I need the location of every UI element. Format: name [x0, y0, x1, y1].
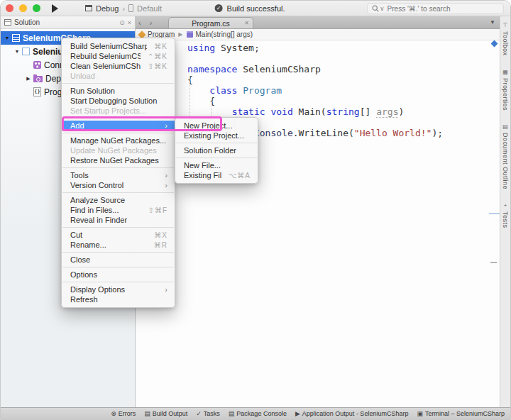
method-icon — [187, 31, 193, 38]
menu-item-label: Tools — [70, 171, 158, 179]
pad-button-package-console[interactable]: ▤Package Console — [229, 410, 287, 417]
build-status-text: Build successful. — [227, 4, 285, 13]
submenu-item-solution-folder[interactable]: Solution Folder — [175, 145, 258, 155]
menu-item-label: Existing Files... — [184, 171, 221, 179]
menu-item-find-in-files[interactable]: Find in Files...⇧⌘F — [62, 205, 175, 215]
submenu-item-new-file[interactable]: New File... — [175, 160, 258, 170]
scrollbar-change-indicator — [489, 213, 500, 214]
pad-button-label: Terminal – SeleniumCSharp — [425, 410, 505, 417]
expander-icon[interactable]: ▶ — [25, 76, 32, 82]
tab-list-dropdown-icon[interactable]: ▼ — [490, 19, 495, 26]
document-outline-icon: ▤ — [502, 123, 508, 130]
solution-pad-icon — [4, 19, 11, 26]
expander-icon[interactable]: ▼ — [13, 49, 21, 54]
menu-item-analyze-source[interactable]: Analyze Source — [62, 195, 175, 205]
menu-item-clean-seleniumcsharp[interactable]: Clean SeleniumCSharp⇧⌘K — [62, 61, 175, 71]
menu-item-build-seleniumcsharp[interactable]: Build SeleniumCSharp⌘K — [62, 41, 175, 51]
menu-item-set-startup-projects[interactable]: Set Startup Projects... — [62, 106, 175, 116]
solution-pad-title: Solution — [14, 18, 116, 26]
breadcrumb-method[interactable]: Main(string[] args) — [187, 31, 253, 38]
menu-item-start-debugging-solution[interactable]: Start Debugging Solution — [62, 96, 175, 106]
menu-item-label: Add — [70, 121, 158, 130]
menu-item-unload[interactable]: Unload — [62, 71, 175, 81]
menu-separator — [62, 192, 174, 193]
menu-item-rebuild-seleniumcsharp[interactable]: Rebuild SeleniumCSharp⌃⌘K — [62, 51, 175, 61]
submenu-item-existing-project[interactable]: Existing Project... — [175, 131, 258, 140]
tests-icon: + — [504, 202, 507, 209]
editor-tab-bar: ‹ › Program.cs ✕ ▼ — [136, 16, 500, 29]
menu-item-tools[interactable]: Tools› — [62, 170, 175, 180]
solution-pad-header: Solution ⊙ × — [1, 16, 135, 29]
menu-item-add[interactable]: Add› — [62, 121, 175, 131]
solution-icon — [12, 34, 20, 42]
menu-item-restore-nuget-packages[interactable]: Restore NuGet Packages — [62, 155, 175, 165]
tab-document-outline[interactable]: ▤ Document Outline — [502, 123, 509, 189]
run-target-selector[interactable]: Default — [137, 4, 162, 13]
menu-item-options[interactable]: Options — [62, 270, 175, 280]
build-status: ✓ Build successful. — [215, 4, 285, 13]
errors-icon: ⊗ — [111, 410, 116, 417]
menu-item-version-control[interactable]: Version Control› — [62, 180, 175, 190]
code-editor[interactable]: using System;namespace SeleniumCSharp{ c… — [136, 40, 500, 407]
run-button[interactable] — [52, 4, 58, 13]
code-line: { — [187, 74, 500, 85]
tab-close-icon[interactable]: ✕ — [244, 20, 249, 26]
tab-properties[interactable]: ▦ Properties — [502, 69, 509, 111]
pad-button-tasks[interactable]: ✓Tasks — [196, 410, 220, 417]
menu-separator — [62, 282, 174, 282]
navigate-back-button[interactable]: ‹ — [138, 18, 141, 27]
pad-button-application-output-seleniumcsharp[interactable]: ▶Application Output - SeleniumCSharp — [295, 410, 409, 417]
menu-item-label: Refresh — [70, 295, 167, 304]
properties-icon: ▦ — [502, 69, 508, 75]
zoom-window-button[interactable] — [33, 4, 40, 12]
menu-separator — [62, 167, 174, 168]
menu-item-label: Restore NuGet Packages — [70, 156, 167, 165]
project-icon — [22, 48, 30, 55]
menu-item-label: Set Startup Projects... — [70, 106, 167, 115]
menu-item-label: Analyze Source — [70, 196, 167, 204]
close-icon[interactable]: × — [128, 19, 131, 26]
configuration-selector[interactable]: Debug — [96, 4, 119, 13]
tab-program-cs[interactable]: Program.cs ✕ — [168, 17, 253, 28]
menu-item-run-solution[interactable]: Run Solution — [62, 86, 175, 96]
menu-item-label: New File... — [184, 161, 251, 170]
tasks-icon: ✓ — [196, 410, 202, 417]
menu-item-cut[interactable]: Cut⌘X — [62, 230, 175, 240]
menu-item-manage-nuget-packages[interactable]: Manage NuGet Packages... — [62, 136, 175, 145]
scrollbar-change-indicator — [490, 262, 497, 263]
close-window-button[interactable] — [6, 4, 13, 12]
tab-toolbox[interactable]: ⊤ Toolbox — [502, 22, 509, 56]
navigate-forward-button[interactable]: › — [150, 18, 153, 27]
menu-item-label: Close — [70, 255, 167, 264]
menu-item-rename[interactable]: Rename...⌘R — [62, 240, 175, 250]
pad-button-label: Build Output — [153, 410, 188, 417]
menu-separator — [62, 83, 174, 84]
search-box[interactable]: ∨ — [367, 3, 504, 14]
pad-button-build-output[interactable]: ▤Build Output — [144, 410, 187, 417]
search-input[interactable] — [388, 5, 499, 13]
menu-item-close[interactable]: Close — [62, 255, 175, 265]
pad-button-terminal-seleniumcsharp[interactable]: ▣Terminal – SeleniumCSharp — [417, 410, 505, 417]
pin-icon[interactable]: ⊙ — [119, 19, 125, 26]
configuration-icon — [85, 5, 92, 11]
editor-pane: ‹ › Program.cs ✕ ▼ Program ▶ Main(string… — [136, 16, 500, 407]
code-line: using System; — [187, 43, 500, 53]
code-line: static void Main(string[] args) — [187, 106, 500, 117]
minimize-window-button[interactable] — [19, 4, 27, 12]
pad-button-errors[interactable]: ⊗Errors — [111, 410, 136, 417]
submenu-item-new-project[interactable]: New Project... — [175, 121, 258, 131]
expander-icon[interactable]: ▼ — [4, 35, 11, 40]
tab-tests[interactable]: + Tests — [502, 202, 509, 228]
menu-item-shortcut: ⌥⌘A — [229, 172, 251, 179]
menu-item-reveal-in-finder[interactable]: Reveal in Finder — [62, 215, 175, 225]
menu-item-shortcut: ⌃⌘K — [148, 52, 167, 60]
menu-item-label: Build SeleniumCSharp — [70, 42, 147, 50]
menu-item-shortcut: ⇧⌘K — [148, 62, 167, 70]
menu-item-update-nuget-packages[interactable]: Update NuGet Packages — [62, 145, 175, 155]
menu-item-display-options[interactable]: Display Options› — [62, 284, 175, 294]
submenu-item-existing-files[interactable]: Existing Files...⌥⌘A — [175, 170, 258, 180]
menu-item-refresh[interactable]: Refresh — [62, 294, 175, 304]
check-icon: ✓ — [215, 4, 223, 12]
tab-toolbox-label: Toolbox — [502, 31, 509, 56]
menu-separator — [62, 267, 174, 267]
